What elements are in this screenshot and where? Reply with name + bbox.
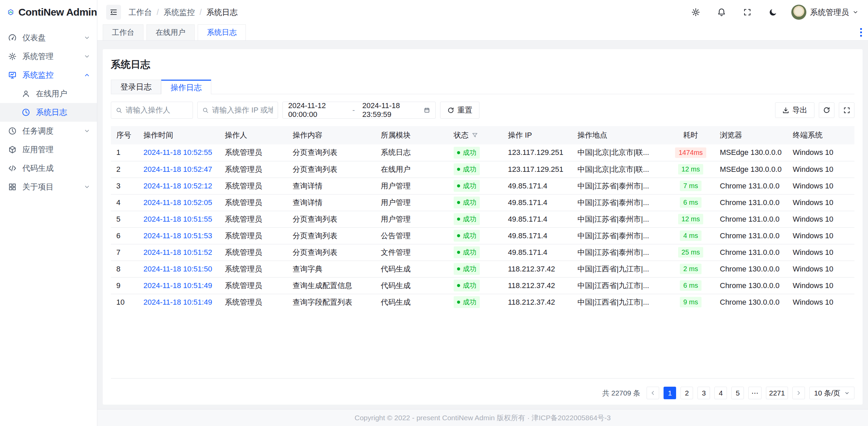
cell-os: Windows 10 [787,144,854,161]
log-time-link[interactable]: 2024-11-18 10:52:47 [143,165,212,174]
breadcrumb-item[interactable]: 工作台 [129,7,152,18]
duration-tag: 25 ms [678,247,703,258]
sidebar-item-about-project[interactable]: 关于项目 [0,178,97,196]
col-content: 操作内容 [287,126,375,144]
cell-index: 5 [111,211,138,227]
log-time-link[interactable]: 2024-11-18 10:52:12 [143,182,212,190]
page-ellipsis-button[interactable]: ⋯ [748,387,762,399]
cell-ip: 49.85.171.4 [502,244,572,261]
cell-browser: Chrome 130.0.0.0 [714,277,787,294]
cell-duration: 7 ms [667,178,714,194]
export-button[interactable]: 导出 [775,102,814,118]
cell-status: 成功 [448,144,502,161]
cell-browser: Chrome 131.0.0.0 [714,227,787,244]
breadcrumb-item[interactable]: 系统监控 [163,7,195,18]
date-range-picker[interactable]: 2024-11-12 00:00:00 - 2024-11-18 23:59:5… [282,102,436,119]
notifications-button[interactable] [714,4,729,20]
tab-workbench[interactable]: 工作台 [103,24,143,40]
ip-search-input[interactable] [212,106,273,115]
user-icon [22,89,30,98]
page-title: 系统日志 [111,58,854,72]
cell-ip: 49.85.171.4 [502,211,572,227]
fullscreen-button[interactable] [739,4,755,20]
cell-browser: Chrome 131.0.0.0 [714,178,787,194]
refresh-table-button[interactable] [819,102,834,118]
cell-module: 代码生成 [375,294,448,310]
settings-button[interactable] [688,4,704,20]
tab-login-log[interactable]: 登录日志 [111,80,161,94]
fullscreen-icon [843,107,850,114]
cell-module: 代码生成 [375,261,448,277]
page-button[interactable]: 4 [714,387,727,399]
cell-duration: 2 ms [667,261,714,277]
cell-operator: 系统管理员 [219,161,287,178]
sidebar-item-task-scheduler[interactable]: 任务调度 [0,122,97,140]
page-button[interactable]: 1 [664,387,676,399]
reset-button[interactable]: 重置 [440,102,479,119]
cell-os: Windows 10 [787,194,854,211]
status-badge: 成功 [454,230,480,242]
tabs-more-button[interactable] [854,24,868,40]
next-page-button[interactable] [792,387,805,399]
cell-ip: 49.85.171.4 [502,178,572,194]
prev-page-button[interactable] [647,387,659,399]
status-badge: 成功 [454,163,480,175]
logo[interactable]: ContiNew Admin [0,0,97,24]
date-start-value: 2024-11-12 00:00:00 [288,101,345,119]
tab-online-users[interactable]: 在线用户 [146,24,195,40]
system-log-card: 系统日志 登录日志 操作日志 2024-11-12 00:00: [103,49,863,405]
log-time-link[interactable]: 2024-11-18 10:51:52 [143,248,212,257]
log-time-link[interactable]: 2024-11-18 10:51:49 [143,281,212,290]
operator-search-input[interactable] [125,106,188,115]
cell-time: 2024-11-18 10:51:50 [138,261,219,277]
page-button[interactable]: 5 [731,387,744,399]
filter-funnel-icon[interactable] [472,132,478,139]
page-button[interactable]: 3 [697,387,710,399]
user-menu[interactable]: 系统管理员 [791,4,859,20]
tab-system-log[interactable]: 系统日志 [198,24,246,40]
sidebar-menu: 仪表盘 系统管理 系统监控 在线用户 系统日志 [0,24,97,196]
sidebar-item-app-management[interactable]: 应用管理 [0,140,97,159]
sidebar-item-system-log[interactable]: 系统日志 [0,103,97,122]
page-button[interactable]: 2 [680,387,693,399]
chevron-down-icon [84,184,90,190]
cell-operator: 系统管理员 [219,261,287,277]
duration-tag: 9 ms [680,297,701,307]
log-type-tabs: 登录日志 操作日志 [111,80,854,94]
cell-status: 成功 [448,244,502,261]
col-os: 终端系统 [787,126,854,144]
log-time-link[interactable]: 2024-11-18 10:51:50 [143,265,212,273]
cell-content: 分页查询列表 [287,211,375,227]
page-size-select[interactable]: 10 条/页 [809,387,854,399]
cell-duration: 6 ms [667,277,714,294]
dark-mode-button[interactable] [765,4,781,20]
log-time-link[interactable]: 2024-11-18 10:51:53 [143,231,212,240]
user-name: 系统管理员 [810,7,849,18]
cell-content: 分页查询列表 [287,161,375,178]
cell-module: 在线用户 [375,161,448,178]
log-time-link[interactable]: 2024-11-18 10:52:55 [143,148,212,157]
tab-operation-log[interactable]: 操作日志 [161,80,211,94]
cell-ip: 49.85.171.4 [502,194,572,211]
page-button[interactable]: 2271 [766,387,788,399]
code-icon [8,164,17,173]
expand-table-button[interactable] [839,102,854,118]
sidebar-collapse-button[interactable] [106,5,121,20]
cell-os: Windows 10 [787,178,854,194]
sidebar-item-online-users[interactable]: 在线用户 [0,84,97,103]
sidebar-item-system-management[interactable]: 系统管理 [0,47,97,66]
log-time-link[interactable]: 2024-11-18 10:51:55 [143,215,212,223]
chevron-down-icon [84,128,90,134]
sidebar-item-system-monitor[interactable]: 系统监控 [0,66,97,84]
status-badge: 成功 [454,246,480,258]
log-time-link[interactable]: 2024-11-18 10:51:49 [143,298,212,306]
duration-tag: 6 ms [680,280,701,291]
sidebar-item-label: 应用管理 [22,144,54,155]
sidebar-item-code-generation[interactable]: 代码生成 [0,159,97,178]
chevron-right-icon [796,390,802,396]
copyright-text: Copyright © 2022 - present ContiNew Admi… [355,413,611,423]
sidebar-item-dashboard[interactable]: 仪表盘 [0,28,97,47]
breadcrumb: 工作台 / 系统监控 / 系统日志 [129,7,238,18]
table-row: 10 2024-11-18 10:51:49 系统管理员 查询字段配置列表 代码… [111,294,854,310]
log-time-link[interactable]: 2024-11-18 10:52:05 [143,198,212,207]
